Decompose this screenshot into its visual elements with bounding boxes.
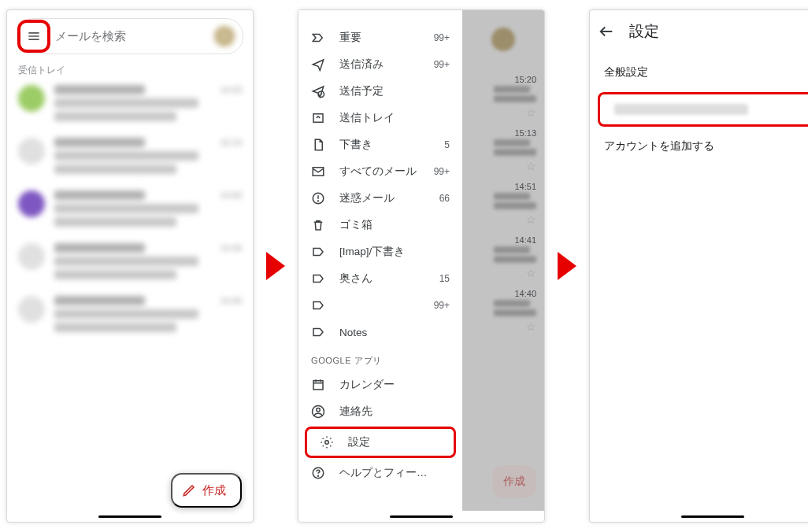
panel-drawer: 15:20☆15:13☆14:51☆14:41☆14:40☆ 作成 重要 99+… — [298, 9, 545, 523]
important-icon — [311, 31, 325, 45]
menu-button[interactable] — [20, 23, 47, 50]
drawer-label: 連絡先 — [339, 405, 436, 419]
svg-point-17 — [318, 475, 319, 476]
drawer-item-label[interactable]: 99+ — [298, 292, 462, 319]
help-icon — [311, 466, 325, 480]
drawer-label: すべてのメール — [339, 164, 420, 179]
drawer-item-カレンダー[interactable]: カレンダー — [298, 371, 462, 398]
label-icon — [311, 325, 325, 339]
drawer-badge: 99+ — [434, 166, 450, 177]
drawer-label: Notes — [339, 327, 436, 338]
label-icon — [311, 245, 325, 259]
drawer-label: 設定 — [348, 435, 427, 449]
arrow-icon — [266, 252, 285, 280]
mail-item[interactable]: 10:19 — [7, 131, 253, 184]
svg-rect-4 — [313, 114, 323, 123]
drawer-label: 奥さん — [339, 272, 425, 286]
spam-icon — [311, 191, 325, 205]
compose-button[interactable]: 作成 — [171, 473, 242, 508]
draft-icon — [311, 138, 325, 152]
settings-icon — [320, 435, 334, 449]
drawer-badge: 99+ — [434, 59, 450, 70]
drawer-item-ヘルプとフィードバック[interactable]: ヘルプとフィードバック — [298, 460, 462, 486]
calendar-icon — [311, 378, 325, 392]
drawer-badge: 5 — [444, 139, 450, 150]
label-icon — [311, 272, 325, 286]
mail-item[interactable]: 14:00 — [7, 184, 253, 237]
all-icon — [311, 164, 325, 179]
panel-inbox: メールを検索 受信トレイ 14:20 10:19 14:00 14:44 14:… — [6, 9, 254, 523]
drawer-item-下書き[interactable]: 下書き 5 — [298, 131, 462, 158]
drawer-section-header: GOOGLE アプリ — [298, 345, 462, 371]
drawer-badge: 99+ — [434, 300, 450, 311]
mail-item[interactable]: 14:20 — [7, 79, 253, 131]
pencil-icon — [182, 483, 196, 497]
drawer-item-すべてのメール[interactable]: すべてのメール 99+ — [298, 158, 462, 185]
drawer-label: [Imap]/下書き — [339, 245, 436, 259]
drawer-item-設定[interactable]: 設定 — [305, 427, 456, 458]
settings-header: 設定 ⋮ — [590, 10, 808, 53]
drawer-item-送信済み[interactable]: 送信済み 99+ — [298, 51, 462, 78]
drawer-item-[Imap]/下書き[interactable]: [Imap]/下書き — [298, 238, 462, 265]
home-indicator — [298, 511, 544, 522]
arrow-icon — [558, 252, 576, 280]
section-label: 受信トレイ — [7, 57, 253, 79]
avatar[interactable] — [214, 26, 235, 46]
compose-label: 作成 — [202, 483, 226, 498]
svg-rect-9 — [313, 381, 323, 390]
panel-settings: 設定 ⋮ 全般設定 アカウントを追加する — [589, 9, 808, 523]
settings-title: 設定 — [629, 21, 659, 42]
drawer-label: カレンダー — [339, 378, 436, 392]
drawer-scrim[interactable] — [462, 10, 544, 511]
drawer-item-Notes[interactable]: Notes — [298, 319, 462, 345]
drawer-item-ゴミ箱[interactable]: ゴミ箱 — [298, 212, 462, 238]
settings-account[interactable] — [598, 92, 808, 127]
outbox-icon — [311, 111, 325, 125]
drawer-badge: 66 — [439, 193, 450, 204]
svg-point-8 — [318, 201, 319, 201]
drawer-label: 送信予定 — [339, 84, 436, 98]
drawer-label: 重要 — [339, 31, 420, 45]
contacts-icon — [311, 405, 325, 419]
settings-general[interactable]: 全般設定 — [590, 56, 808, 89]
trash-icon — [311, 218, 325, 232]
sent-icon — [311, 57, 325, 72]
settings-add-account[interactable]: アカウントを追加する — [590, 130, 808, 163]
mail-list: 14:20 10:19 14:00 14:44 14:40 — [7, 79, 253, 511]
mail-item[interactable]: 14:44 — [7, 237, 253, 290]
search-bar[interactable]: メールを検索 — [17, 18, 243, 54]
drawer-item-連絡先[interactable]: 連絡先 — [298, 398, 462, 425]
drawer-label: ヘルプとフィードバック — [339, 466, 436, 480]
drawer-item-奥さん[interactable]: 奥さん 15 — [298, 265, 462, 292]
home-indicator — [7, 511, 253, 522]
drawer-item-迷惑メール[interactable]: 迷惑メール 66 — [298, 185, 462, 212]
drawer-label: ゴミ箱 — [339, 218, 436, 232]
drawer-item-重要[interactable]: 重要 99+ — [298, 24, 462, 51]
drawer-label: 迷惑メール — [339, 191, 425, 205]
nav-drawer: 重要 99+ 送信済み 99+ 送信予定 送信トレイ 下書き 5 すべてのメール… — [298, 10, 462, 511]
drawer-item-送信トレイ[interactable]: 送信トレイ — [298, 105, 462, 131]
drawer-label: 送信トレイ — [339, 111, 436, 125]
mail-item[interactable]: 14:40 — [7, 290, 253, 342]
svg-point-13 — [317, 408, 321, 412]
back-button[interactable] — [598, 23, 615, 40]
drawer-badge: 99+ — [434, 32, 450, 43]
svg-point-15 — [325, 441, 329, 445]
drawer-item-送信予定[interactable]: 送信予定 — [298, 78, 462, 105]
home-indicator — [590, 511, 808, 522]
search-placeholder: メールを検索 — [55, 29, 206, 44]
drawer-label: 送信済み — [339, 57, 420, 72]
scheduled-icon — [311, 84, 325, 98]
label-icon — [311, 298, 325, 312]
drawer-label: 下書き — [339, 138, 430, 152]
drawer-badge: 15 — [439, 273, 450, 284]
